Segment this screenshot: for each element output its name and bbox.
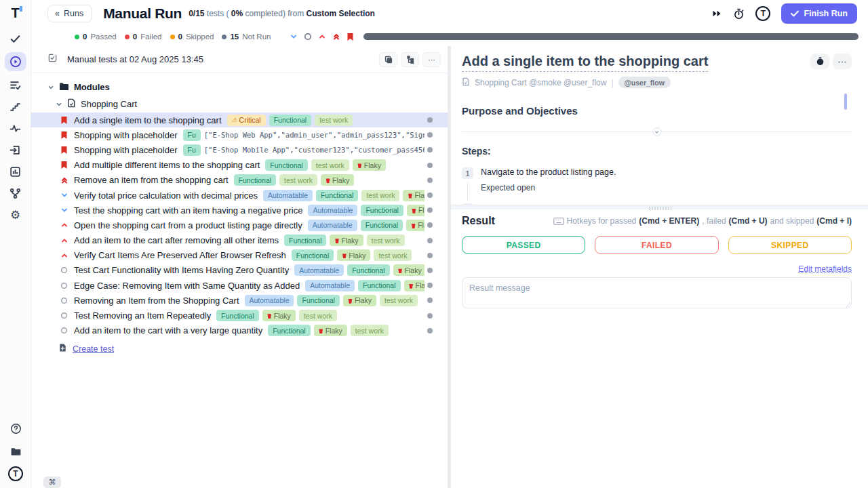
test-plans-icon[interactable]	[5, 77, 26, 93]
test-row[interactable]: Test Removing an Item Repeatedly Functio…	[31, 308, 448, 323]
tree-more-button[interactable]: ···	[422, 52, 441, 67]
status-dot[interactable]	[427, 222, 433, 228]
priority-icon	[60, 131, 68, 140]
flaky-badge: Flaky	[406, 220, 425, 231]
test-row[interactable]: Add a single item to the shopping cart ⚠…	[31, 113, 448, 127]
functional-badge: Functional	[265, 159, 307, 171]
icon-rail: T ⚙	[0, 0, 31, 488]
path-separator: |	[611, 78, 613, 87]
test-badges: FunctionalFlakytest work	[216, 310, 337, 321]
help-icon[interactable]	[5, 420, 26, 436]
filter-priority-low-icon[interactable]	[290, 33, 298, 41]
test-row[interactable]: Remove an item from the shopping cart Fu…	[31, 173, 448, 188]
milestones-icon[interactable]	[5, 98, 26, 115]
analytics-pulse-icon[interactable]	[5, 120, 26, 136]
tag-badge[interactable]: @user_flow	[618, 77, 671, 88]
settings-gear-icon[interactable]: ⚙	[5, 207, 26, 223]
status-dot[interactable]	[427, 253, 433, 258]
skipped-button[interactable]: SKIPPED	[728, 236, 852, 254]
module-label: Modules	[74, 82, 110, 92]
popcorn-icon	[342, 252, 347, 258]
tests-check-icon[interactable]	[5, 30, 26, 47]
run-progress-bar	[363, 33, 859, 40]
test-row[interactable]: Add an item to the cart with a very larg…	[31, 323, 448, 338]
back-to-runs-button[interactable]: « Runs	[47, 5, 92, 22]
finish-run-button[interactable]: Finish Run	[781, 3, 857, 24]
flaky-badge: Flaky	[321, 174, 354, 186]
status-dot[interactable]	[427, 192, 433, 198]
projects-folder-icon[interactable]	[5, 443, 26, 460]
test-row[interactable]: Shopping with placeholder Fu["E-Shop Mob…	[31, 142, 448, 157]
filter-priority-high-icon[interactable]	[318, 33, 326, 41]
test-row[interactable]: Edge Case: Removing Item with Same Quant…	[31, 278, 448, 293]
detail-timer-button[interactable]	[810, 54, 829, 69]
test-row[interactable]: Shopping with placeholder Fu["E-Shop Web…	[31, 127, 448, 142]
status-dot[interactable]	[427, 117, 433, 123]
test-row[interactable]: Test Cart Functionality with Items Havin…	[31, 263, 448, 278]
filter-priority-important-icon[interactable]	[347, 33, 354, 41]
passed-button[interactable]: PASSED	[462, 236, 585, 254]
failed-stat: 0Failed	[125, 33, 162, 41]
status-dot[interactable]	[427, 238, 433, 243]
warning-icon: ⚠	[232, 117, 237, 123]
tree-node-shopping-cart[interactable]: Shopping Cart	[31, 96, 448, 113]
popcorn-icon	[334, 237, 339, 243]
result-message-input[interactable]	[462, 277, 852, 308]
test-badges: AutomatableFunctionalFlakytest work	[245, 295, 418, 306]
test-title: Verify total price calculation with deci…	[74, 190, 258, 201]
status-dot[interactable]	[427, 132, 433, 138]
timer-icon[interactable]	[733, 8, 745, 20]
copy-tests-button[interactable]	[379, 52, 397, 67]
fast-forward-icon[interactable]	[712, 9, 722, 18]
create-test-button[interactable]: Create test	[31, 343, 448, 355]
test-badges: ⚠CriticalFunctionaltest work	[227, 115, 353, 126]
workspace-logo[interactable]: T	[8, 466, 23, 481]
status-dot[interactable]	[427, 178, 433, 183]
branches-icon[interactable]	[5, 185, 26, 201]
test-detail-title[interactable]: Add a single item to the shopping cart	[462, 54, 708, 72]
status-dot[interactable]	[427, 163, 433, 168]
detail-scrollbar-thumb[interactable]	[844, 94, 847, 110]
collapse-section-icon[interactable]	[652, 127, 661, 136]
filter-priority-normal-icon[interactable]	[304, 33, 312, 41]
test-row[interactable]: Test the shopping cart with an item havi…	[31, 203, 448, 218]
result-splitter[interactable]	[451, 205, 868, 209]
status-dot[interactable]	[427, 298, 433, 303]
status-dot[interactable]	[427, 283, 433, 288]
project-avatar[interactable]: T	[755, 6, 770, 21]
reports-icon[interactable]	[5, 163, 26, 180]
functional-badge: Functional	[316, 190, 358, 201]
test-description-area[interactable]: Purpose and Objectives Steps: 1 Navigate…	[462, 88, 852, 205]
failed-button[interactable]: FAILED	[595, 236, 718, 254]
status-dot[interactable]	[427, 207, 433, 213]
status-dot[interactable]	[427, 328, 433, 333]
test-title: Edge Case: Removing Item with Same Quant…	[74, 281, 300, 291]
status-dot[interactable]	[427, 147, 433, 152]
functional-badge: Functional	[268, 325, 310, 336]
test-row[interactable]: Add multiple different items to the shop…	[31, 158, 448, 173]
code-badge: ["E-Shop Mobile App","customer123","cust…	[204, 146, 425, 154]
import-icon[interactable]	[5, 142, 26, 158]
status-dot[interactable]	[427, 313, 433, 319]
test-row[interactable]: Verify total price calculation with deci…	[31, 188, 448, 203]
popcorn-icon	[326, 177, 330, 183]
fu-badge: Fu	[183, 144, 201, 156]
keyboard-shortcuts-button[interactable]: ⌘	[43, 476, 61, 488]
doc-icon	[462, 77, 470, 88]
test-detail-panel: Add a single item to the shopping cart ·…	[451, 46, 868, 488]
filter-priority-highest-icon[interactable]	[332, 33, 340, 41]
tree-view-button[interactable]	[401, 52, 419, 67]
edit-metafields-link[interactable]: Edit metafields	[798, 264, 852, 274]
detail-more-button[interactable]: ···	[833, 54, 852, 69]
step-1: 1 Navigate to the product listing page. …	[462, 167, 852, 192]
status-dot[interactable]	[427, 268, 433, 273]
test-row[interactable]: Verify Cart Items Are Preserved After Br…	[31, 248, 448, 263]
test-row[interactable]: Removing an Item from the Shopping Cart …	[31, 293, 448, 308]
test-row[interactable]: Add an item to the cart after removing a…	[31, 233, 448, 248]
test-row[interactable]: Open the shopping cart from a product li…	[31, 218, 448, 232]
functional-badge: Functional	[347, 264, 389, 276]
tree-node-modules[interactable]: Modules	[31, 79, 448, 96]
run-play-icon[interactable]	[5, 52, 26, 71]
skipped-stat: 0Skipped	[170, 33, 214, 41]
code-badge: ["E-Shop Web App","admin_user","admin_pa…	[204, 131, 425, 139]
